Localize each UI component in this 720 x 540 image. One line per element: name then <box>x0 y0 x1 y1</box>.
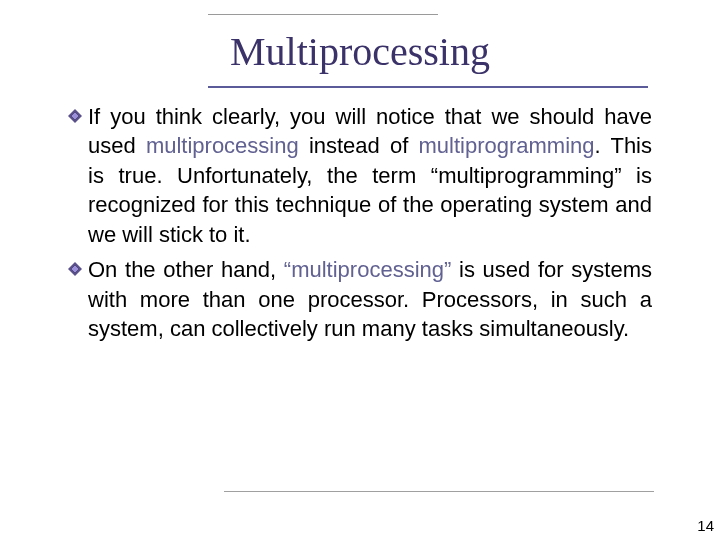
footer-rule <box>224 491 654 492</box>
keyword: multiprogramming <box>419 133 595 158</box>
title-rule-top <box>208 14 438 15</box>
diamond-bullet-icon <box>68 262 82 276</box>
text-segment: On the other hand, <box>88 257 284 282</box>
bullet-text: On the other hand, “multiprocessing” is … <box>88 255 652 343</box>
diamond-bullet-icon <box>68 109 82 123</box>
keyword: multiprocessing <box>146 133 299 158</box>
bullet-item: If you think clearly, you will notice th… <box>68 102 652 249</box>
bullet-text: If you think clearly, you will notice th… <box>88 102 652 249</box>
slide-title: Multiprocessing <box>0 28 720 75</box>
slide-body: If you think clearly, you will notice th… <box>68 102 652 350</box>
text-segment: instead of <box>299 133 419 158</box>
keyword: “multiprocessing” <box>284 257 452 282</box>
page-number: 14 <box>697 517 714 534</box>
title-rule-bottom <box>208 86 648 88</box>
slide: Multiprocessing If you think clearly, yo… <box>0 0 720 540</box>
bullet-item: On the other hand, “multiprocessing” is … <box>68 255 652 343</box>
